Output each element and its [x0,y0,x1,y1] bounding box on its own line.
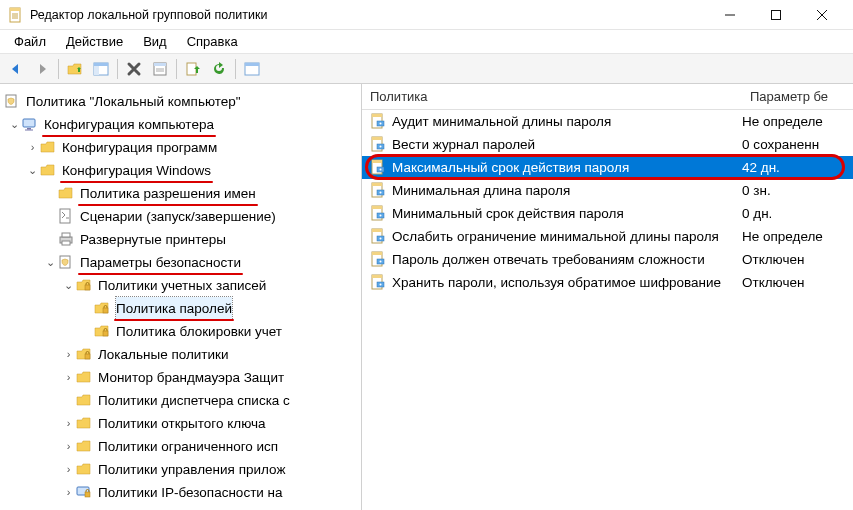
tree-item[interactable]: Политика паролей [0,297,361,320]
tree-item-label: Политики управления прилож [98,458,285,481]
list-row[interactable]: Хранить пароли, используя обратимое шифр… [362,271,853,294]
policy-value: Отключен [742,252,853,267]
policy-value: 0 сохраненн [742,137,853,152]
export-button[interactable] [181,57,205,81]
tree-item[interactable]: Развернутые принтеры [0,228,361,251]
policy-name: Максимальный срок действия пароля [392,160,742,175]
security-icon [58,254,76,272]
policy-item-icon [370,136,388,154]
properties-button[interactable] [148,57,172,81]
policy-value: 42 дн. [742,160,853,175]
menu-view[interactable]: Вид [133,32,177,51]
tree-item[interactable]: › Политики IP-безопасности на [0,481,361,504]
tree-item-label: Политика паролей [116,297,232,320]
menu-file[interactable]: Файл [4,32,56,51]
tree-item-label: Политики IP-безопасности на [98,481,283,504]
tree-item[interactable]: ⌄ Конфигурация компьютера [0,113,361,136]
expander-icon[interactable]: ⌄ [43,251,58,274]
expander-icon[interactable]: › [61,412,76,435]
svg-rect-18 [245,63,259,66]
list-row[interactable]: Минимальный срок действия пароля 0 дн. [362,202,853,225]
policy-item-icon [370,113,388,131]
script-icon [58,208,76,226]
up-button[interactable] [63,57,87,81]
column-value[interactable]: Параметр бе [742,89,853,104]
minimize-button[interactable] [707,0,753,30]
svg-rect-10 [94,63,108,66]
policy-name: Пароль должен отвечать требованиям сложн… [392,252,742,267]
tree-item-label: Локальные политики [98,343,229,366]
ipsec-icon [76,484,94,502]
titlebar: Редактор локальной групповой политики [0,0,853,30]
tree-item[interactable]: ⌄ Политики учетных записей [0,274,361,297]
window-title: Редактор локальной групповой политики [30,8,707,22]
expander-icon[interactable]: › [61,458,76,481]
tree-item[interactable]: › Локальные политики [0,343,361,366]
tree-item[interactable]: › Политики управления прилож [0,458,361,481]
list-row[interactable]: Максимальный срок действия пароля 42 дн. [362,156,853,179]
tree-item[interactable]: › Монитор брандмауэра Защит [0,366,361,389]
tree-item[interactable]: › Политики ограниченного исп [0,435,361,458]
tree-item[interactable]: › Политики открытого ключа [0,412,361,435]
back-button[interactable] [4,57,28,81]
printer-icon [58,231,76,249]
expander-icon[interactable]: › [61,366,76,389]
expander-icon[interactable]: ⌄ [25,159,40,182]
filter-button[interactable] [240,57,264,81]
tree-item[interactable]: › Конфигурация программ [0,136,361,159]
svg-rect-13 [154,63,166,66]
delete-button[interactable] [122,57,146,81]
policy-item-icon [370,205,388,223]
menu-help[interactable]: Справка [177,32,248,51]
expander-icon[interactable]: › [61,343,76,366]
expander-icon[interactable]: › [61,481,76,504]
tree-item[interactable]: ⌄ Параметры безопасности [0,251,361,274]
list-pane: Политика Параметр бе Аудит минимальной д… [362,84,853,510]
tree-item-label: Политика блокировки учет [116,320,282,343]
close-button[interactable] [799,0,845,30]
list-row[interactable]: Ослабить ограничение минимальной длины п… [362,225,853,248]
list-row[interactable]: Минимальная длина пароля 0 зн. [362,179,853,202]
svg-rect-6 [772,10,781,19]
policy-value: 0 зн. [742,183,853,198]
list-row[interactable]: Вести журнал паролей 0 сохраненн [362,133,853,156]
folder-icon [76,415,94,433]
tree-item[interactable]: Политика блокировки учет [0,320,361,343]
maximize-button[interactable] [753,0,799,30]
folder-icon [76,369,94,387]
folder-lock-icon [76,277,94,295]
tree-item[interactable]: Политики диспетчера списка с [0,389,361,412]
policy-name: Ослабить ограничение минимальной длины п… [392,229,742,244]
expander-icon[interactable]: › [25,136,40,159]
tree-item-label: Параметры безопасности [80,251,241,274]
policy-value: Отключен [742,275,853,290]
policy-name: Вести журнал паролей [392,137,742,152]
column-policy[interactable]: Политика [362,89,742,104]
list-row[interactable]: Аудит минимальной длины пароля Не опреде… [362,110,853,133]
tree-item[interactable]: ⌄ Конфигурация Windows [0,159,361,182]
expander-icon[interactable]: › [61,435,76,458]
computer-icon [22,116,40,134]
folder-icon [76,438,94,456]
policy-root-icon [4,93,22,111]
policy-value: Не определе [742,229,853,244]
tree-item[interactable]: Сценарии (запуск/завершение) [0,205,361,228]
policy-item-icon [370,228,388,246]
menu-action[interactable]: Действие [56,32,133,51]
app-icon [8,7,24,23]
tree-item[interactable]: Политика разрешения имен [0,182,361,205]
tree-item-label: Политики учетных записей [98,274,266,297]
expander-icon[interactable]: ⌄ [7,113,22,136]
folder-lock-icon [76,346,94,364]
forward-button[interactable] [30,57,54,81]
show-hide-tree-button[interactable] [89,57,113,81]
menubar: Файл Действие Вид Справка [0,30,853,54]
policy-item-icon [370,182,388,200]
tree-item-label: Конфигурация программ [62,136,217,159]
policy-name: Минимальный срок действия пароля [392,206,742,221]
tree-item-label: Монитор брандмауэра Защит [98,366,284,389]
expander-icon[interactable]: ⌄ [61,274,76,297]
refresh-button[interactable] [207,57,231,81]
tree-root[interactable]: Политика "Локальный компьютер" [0,90,361,113]
list-row[interactable]: Пароль должен отвечать требованиям сложн… [362,248,853,271]
